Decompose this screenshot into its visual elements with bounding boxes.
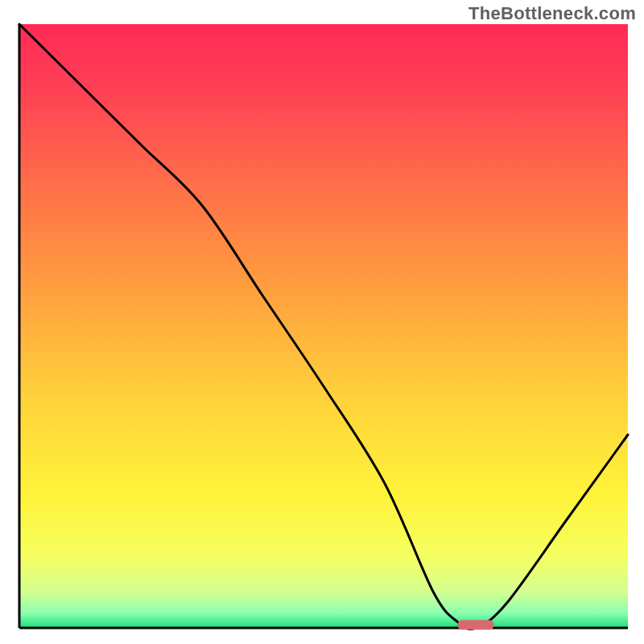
- watermark-text: TheBottleneck.com: [469, 3, 636, 24]
- chart-container: TheBottleneck.com: [0, 0, 644, 644]
- optimal-marker: [457, 620, 493, 630]
- bottleneck-chart: [0, 0, 644, 644]
